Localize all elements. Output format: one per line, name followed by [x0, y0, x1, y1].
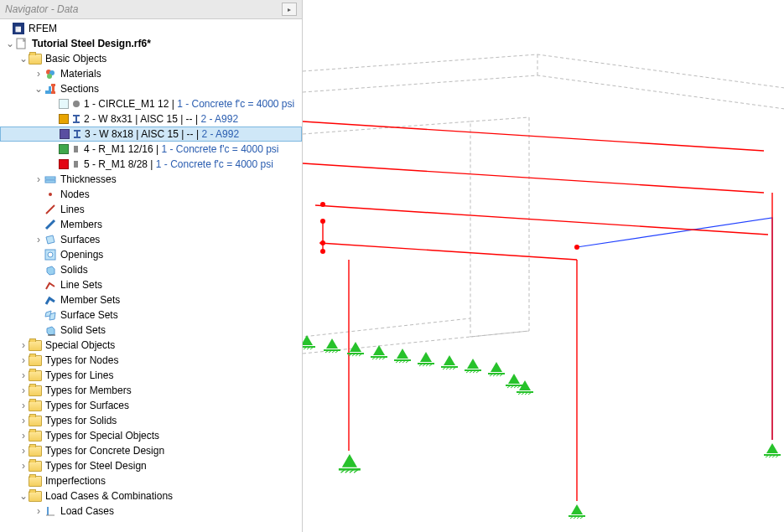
tree-folder-types-members[interactable]: › Types for Members: [0, 383, 302, 398]
folder-icon: [29, 444, 42, 457]
svg-rect-16: [74, 146, 78, 152]
svg-line-34: [470, 117, 529, 121]
svg-point-46: [320, 219, 325, 224]
folder-icon: [29, 354, 42, 367]
svg-line-21: [46, 205, 55, 214]
navigator-tree[interactable]: ▾ ▦ RFEM ⌄ Tutorial Steel Design.rf6* ⌄ …: [0, 19, 302, 532]
tree-folder-lcc[interactable]: ⌄ Load Cases & Combinations: [0, 488, 302, 504]
svg-line-40: [319, 243, 577, 260]
section-label: 3 - W 8x18 | AISC 15 | -- | 2 - A992: [85, 128, 239, 140]
svg-line-38: [303, 163, 764, 193]
navigator-titlebar: Navigator - Data ▸: [0, 0, 302, 19]
tree-section-item[interactable]: 4 - R_M1 12/16 | 1 - Concrete f'c = 4000…: [0, 142, 302, 157]
section-shape-icon: [72, 115, 80, 123]
folder-icon: [29, 52, 42, 65]
tree-file[interactable]: ⌄ Tutorial Steel Design.rf6*: [0, 36, 302, 51]
svg-line-22: [46, 220, 55, 229]
tree-item-materials[interactable]: › Materials: [0, 66, 302, 81]
tree-section-item[interactable]: 1 - CIRCLE_M1 12 | 1 - Concrete f'c = 40…: [0, 96, 302, 111]
sections-icon: [44, 82, 57, 96]
svg-point-49: [574, 245, 579, 250]
svg-rect-18: [45, 177, 55, 179]
section-swatch: [59, 159, 69, 169]
navigator-title: Navigator - Data: [5, 3, 78, 15]
tree-item-thicknesses[interactable]: › Thicknesses: [0, 172, 302, 187]
tree-folder-imperfections[interactable]: › Imperfections: [0, 473, 302, 488]
svg-point-20: [49, 193, 52, 196]
tree-item-members[interactable]: › Members: [0, 217, 302, 232]
tree-item-line-sets[interactable]: › Line Sets: [0, 277, 302, 292]
navigator-panel: Navigator - Data ▸ ▾ ▦ RFEM ⌄ Tutorial S…: [0, 0, 303, 532]
tree-app-root[interactable]: ▾ ▦ RFEM: [0, 21, 302, 36]
tree-item-openings[interactable]: › Openings: [0, 247, 302, 262]
section-label: 2 - W 8x31 | AISC 15 | -- | 2 - A992: [84, 113, 238, 125]
tree-section-item[interactable]: 2 - W 8x31 | AISC 15 | -- | 2 - A992: [0, 111, 302, 127]
tree-item-surface-sets[interactable]: › Surface Sets: [0, 307, 302, 323]
section-swatch: [59, 144, 69, 154]
tree-item-sections[interactable]: ⌄ Sections: [0, 81, 302, 96]
svg-rect-5: [49, 86, 51, 94]
tree-folder-types-concrete[interactable]: › Types for Concrete Design: [0, 443, 302, 458]
tree-folder-types-solids[interactable]: › Types for Solids: [0, 413, 302, 428]
tree-item-load-cases[interactable]: › Load Cases: [0, 504, 302, 519]
panel-expand-button[interactable]: ▸: [282, 3, 297, 16]
svg-point-9: [73, 101, 80, 107]
svg-rect-11: [75, 116, 77, 122]
app-icon: ▦: [12, 22, 25, 35]
members-icon: [44, 218, 57, 231]
svg-rect-14: [76, 131, 78, 137]
svg-point-48: [320, 249, 325, 254]
tree-item-lines[interactable]: › Lines: [0, 202, 302, 217]
section-swatch: [59, 114, 69, 124]
folder-icon: [29, 459, 42, 473]
folder-icon: [29, 338, 42, 352]
twisty-icon[interactable]: ›: [34, 234, 44, 245]
twisty-icon[interactable]: ›: [34, 68, 44, 80]
svg-rect-8: [52, 85, 55, 92]
materials-icon: [44, 67, 57, 80]
tree-section-item[interactable]: 3 - W 8x18 | AISC 15 | -- | 2 - A992: [0, 127, 302, 142]
twisty-icon[interactable]: ⌄: [18, 53, 29, 65]
tree-folder-special-objects[interactable]: › Special Objects: [0, 338, 302, 353]
section-swatch: [59, 99, 69, 109]
section-shape-icon: [72, 100, 80, 108]
surface-sets-icon: [44, 308, 57, 322]
tree-folder-types-nodes[interactable]: › Types for Nodes: [0, 353, 302, 368]
surfaces-icon: [44, 233, 57, 246]
section-label: 1 - CIRCLE_M1 12 | 1 - Concrete f'c = 40…: [84, 98, 294, 110]
line-sets-icon: [44, 278, 57, 292]
load-cases-icon: [44, 504, 57, 518]
svg-point-47: [320, 240, 325, 245]
tree-item-solid-sets[interactable]: › Solid Sets: [0, 323, 302, 338]
tree-item-nodes[interactable]: › Nodes: [0, 187, 302, 202]
folder-icon: [29, 474, 42, 488]
sections-children: 1 - CIRCLE_M1 12 | 1 - Concrete f'c = 40…: [0, 96, 302, 172]
tree-folder-types-special[interactable]: › Types for Special Objects: [0, 428, 302, 443]
twisty-icon[interactable]: ⌄: [5, 38, 15, 49]
model-viewport[interactable]: [303, 0, 784, 532]
svg-rect-12: [73, 121, 80, 123]
svg-point-25: [48, 252, 53, 257]
tree-item-surfaces[interactable]: › Surfaces: [0, 232, 302, 247]
svg-line-37: [303, 121, 764, 151]
tree-item-solids[interactable]: › Solids: [0, 262, 302, 277]
tree-folder-types-steel[interactable]: › Types for Steel Design: [0, 458, 302, 473]
tree-folder-types-surfaces[interactable]: › Types for Surfaces: [0, 398, 302, 413]
tree-folder-basic-objects[interactable]: ⌄ Basic Objects: [0, 51, 302, 66]
tree-folder-types-lines[interactable]: › Types for Lines: [0, 368, 302, 383]
svg-point-3: [47, 74, 52, 79]
folder-icon: [29, 414, 42, 427]
svg-marker-29: [47, 327, 55, 335]
section-shape-icon: [73, 130, 81, 138]
solid-sets-icon: [44, 323, 57, 337]
svg-rect-15: [74, 137, 80, 138]
tree-item-member-sets[interactable]: › Member Sets: [0, 292, 302, 307]
model-svg: [303, 0, 784, 532]
tree-section-item[interactable]: 5 - R_M1 8/28 | 1 - Concrete f'c = 4000 …: [0, 157, 302, 172]
twisty-icon[interactable]: ›: [34, 173, 44, 185]
svg-point-45: [320, 202, 325, 207]
twisty-icon[interactable]: ⌄: [34, 83, 44, 95]
svg-marker-23: [46, 235, 55, 244]
svg-rect-17: [74, 161, 78, 168]
section-shape-icon: [72, 160, 80, 168]
